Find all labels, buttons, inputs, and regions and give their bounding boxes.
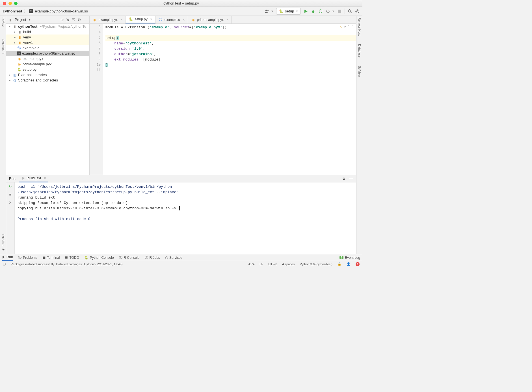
tree-item-build[interactable]: ▸ ▮ build [6, 29, 89, 35]
breadcrumb[interactable]: cythonTest 〉 01 example.cpython-36m-darw… [3, 9, 88, 14]
error-indicator[interactable]: ! [356, 262, 360, 266]
chevron-up-icon[interactable]: ˄ [348, 25, 350, 29]
coverage-button[interactable] [318, 9, 323, 14]
run-output[interactable]: bash -cl "/Users/jetbrains/PycharmProjec… [15, 182, 356, 254]
cursor-position[interactable]: 4:74 [248, 262, 254, 266]
database-tool-button[interactable]: Database [358, 44, 361, 57]
debug-button[interactable] [311, 9, 315, 14]
rerun-button[interactable]: ↻ [9, 184, 12, 188]
breadcrumb-root[interactable]: cythonTest [3, 9, 22, 13]
editor-content[interactable]: module = Extension ('example', sources=[… [103, 24, 356, 175]
bottom-terminal-button[interactable]: ▣ Terminal [42, 256, 60, 260]
tab-example-c[interactable]: ⓒ example.c × [155, 16, 188, 23]
tree-item-external-libraries[interactable]: ▸ ▥ External Libraries [6, 72, 89, 77]
expand-all-icon[interactable]: ⇲ [66, 18, 70, 22]
tree-item-label: example.c [23, 46, 39, 50]
breadcrumb-file[interactable]: example.cpython-36m-darwin.so [35, 9, 88, 13]
chevron-down-icon[interactable]: ▼ [271, 10, 273, 13]
bottom-r-console-button[interactable]: Ⓡ R Console [119, 255, 140, 260]
tree-twisty-icon[interactable]: ▸ [13, 36, 16, 39]
tree-twisty-icon[interactable]: ▸ [8, 79, 11, 82]
tree-twisty-icon[interactable]: ▸ [13, 41, 16, 44]
gear-icon[interactable]: ⚙ [341, 176, 346, 181]
settings-button[interactable] [355, 9, 360, 14]
bottom-item-label: Services [169, 256, 182, 260]
chevron-down-icon[interactable]: ▼ [28, 18, 31, 21]
bottom-run-button[interactable]: Run [2, 254, 13, 261]
chevron-down-icon[interactable]: ˅ [351, 25, 353, 29]
event-log-button[interactable]: 1 Event Log [339, 256, 360, 260]
window-titlebar: cythonTest – setup.py [0, 0, 362, 7]
close-window-button[interactable] [3, 2, 6, 5]
editor-inspection-badges[interactable]: ⚠ 2 ˄ ˅ [339, 25, 353, 29]
tree-item-example-pyx[interactable]: ◉ example.pyx [6, 56, 89, 61]
close-button[interactable]: ✕ [9, 201, 12, 205]
hide-panel-icon[interactable]: — [83, 18, 87, 22]
tree-item-scratches[interactable]: ▸ ◷ Scratches and Consoles [6, 77, 89, 83]
bottom-services-button[interactable]: ⬡ Services [165, 256, 182, 260]
binary-icon: 01 [17, 51, 21, 55]
output-line: /Users/jetbrains/PycharmProjects/cythonT… [18, 189, 353, 195]
line-separator[interactable]: LF [259, 262, 263, 266]
tree-twisty-icon[interactable]: ▸ [13, 30, 16, 33]
tool-window-toggle-icon[interactable]: ▢ [3, 262, 6, 266]
close-tab-icon[interactable]: × [150, 17, 152, 21]
tab-prime-sample-pyx[interactable]: ◉ prime-sample.pyx × [188, 16, 232, 23]
add-user-icon[interactable] [265, 9, 269, 14]
favorites-tool-button[interactable]: ★Favorites [1, 234, 5, 251]
bottom-todo-button[interactable]: ☰ TODO [65, 256, 79, 260]
list-icon: ☰ [65, 256, 68, 260]
folder-icon: ▮ [18, 30, 22, 34]
locate-icon[interactable]: ⊕ [60, 18, 64, 22]
tree-item-binary-so[interactable]: 01 example.cpython-36m-darwin.so [6, 51, 89, 56]
minimize-window-button[interactable] [8, 2, 12, 5]
tree-root[interactable]: ▾ ▮ cythonTest ~/PycharmProjects/cythonT… [6, 24, 89, 29]
tree-twisty-icon[interactable]: ▸ [8, 73, 11, 76]
run-tab-build-ext[interactable]: build_ext × [19, 175, 48, 182]
close-tab-icon[interactable]: × [226, 18, 228, 22]
close-tab-icon[interactable]: × [44, 176, 46, 180]
bottom-r-jobs-button[interactable]: Ⓡ R Jobs [145, 255, 160, 260]
warning-count: 2 [344, 25, 346, 29]
lock-icon[interactable]: 🔓 [338, 262, 341, 266]
python-file-icon: 🐍 [17, 67, 21, 72]
gear-icon[interactable]: ⚙ [77, 18, 81, 22]
project-tree[interactable]: ▾ ▮ cythonTest ~/PycharmProjects/cythonT… [6, 24, 89, 175]
indent-config[interactable]: 4 spaces [282, 262, 295, 266]
project-tool-button[interactable]: Project [1, 18, 5, 27]
terminal-icon: ▣ [42, 256, 46, 260]
man-icon[interactable]: 👤 [347, 262, 351, 266]
bottom-problems-button[interactable]: ⓘ Problems [18, 255, 37, 260]
tree-item-example-c[interactable]: ⓒ example.c [6, 45, 89, 51]
run-button[interactable] [304, 9, 308, 14]
tree-twisty-icon[interactable]: ▾ [8, 25, 11, 28]
run-configuration-selector[interactable]: 🐍 setup ▼ [276, 8, 301, 15]
tree-item-setup-py[interactable]: 🐍 setup.py [6, 67, 89, 72]
stop-button[interactable]: ■ [9, 192, 12, 197]
collapse-all-icon[interactable]: ⇱ [72, 18, 75, 22]
file-encoding[interactable]: UTF-8 [268, 262, 277, 266]
tree-item-venv[interactable]: ▸ ▮ venv [6, 35, 89, 40]
chevron-down-icon[interactable]: ▼ [332, 10, 334, 13]
sciview-tool-button[interactable]: SciView [358, 66, 361, 77]
close-tab-icon[interactable]: × [183, 18, 185, 22]
run-tool-header: Run: build_ext × ⚙ — [6, 175, 356, 182]
tree-item-venv1[interactable]: ▸ ▮ venv1 [6, 40, 89, 45]
tab-setup-py[interactable]: 🐍 setup.py × [126, 16, 155, 23]
bottom-item-label: R Console [124, 256, 140, 260]
structure-tool-button[interactable]: ⟂Structure [1, 38, 5, 54]
profile-button[interactable] [326, 9, 330, 14]
remote-host-tool-button[interactable]: Remote Host [358, 18, 361, 36]
interpreter-label[interactable]: Python 3.6 (cythonTest) [300, 262, 332, 266]
search-button[interactable] [348, 9, 352, 14]
maximize-window-button[interactable] [14, 2, 18, 5]
tree-item-prime-sample-pyx[interactable]: ◉ prime-sample.pyx [6, 61, 89, 67]
bottom-python-console-button[interactable]: 🐍 Python Console [84, 256, 114, 260]
warning-icon[interactable]: ⚠ [339, 25, 342, 29]
editor[interactable]: 3 4 5 6 7 8 9 10 11 module = Extension (… [90, 24, 356, 175]
hide-panel-icon[interactable]: — [349, 176, 353, 181]
project-panel-header: ▮ Project ▼ ⊕ ⇲ ⇱ ⚙ — [6, 16, 89, 24]
tab-example-pyx[interactable]: ◉ example.pyx × [90, 16, 126, 23]
close-tab-icon[interactable]: × [120, 18, 122, 22]
stop-button[interactable] [337, 9, 342, 14]
